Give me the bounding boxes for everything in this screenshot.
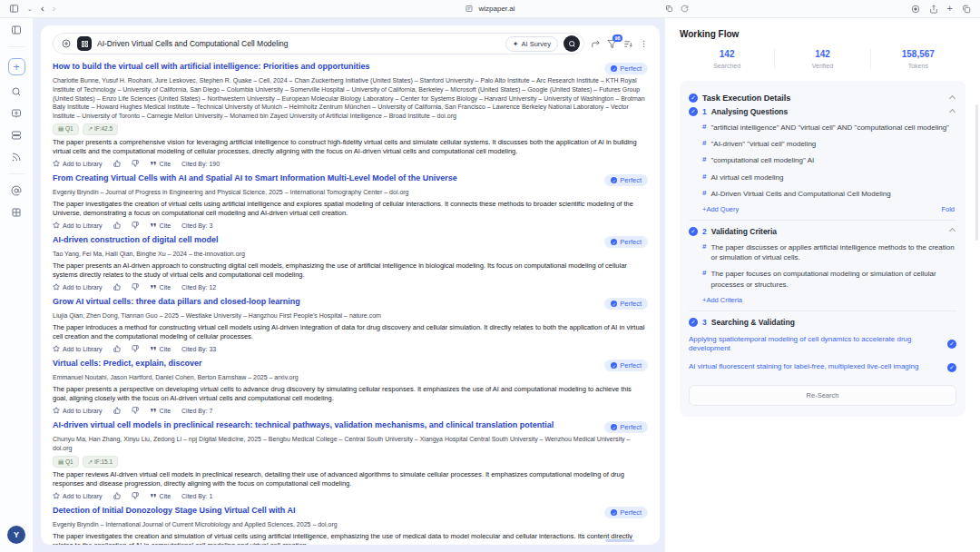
paper-title-link[interactable]: Grow AI virtual cells: three data pillar… bbox=[53, 297, 597, 307]
criteria-item[interactable]: #The paper focuses on computational mode… bbox=[702, 269, 956, 289]
cited-by-count[interactable]: Cited By: 3 bbox=[181, 222, 212, 229]
add-criteria-link[interactable]: +Add Criteria bbox=[702, 296, 742, 304]
new-search-button[interactable]: + bbox=[8, 58, 25, 75]
horizontal-scrollbar[interactable] bbox=[605, 539, 634, 542]
library-icon[interactable] bbox=[11, 130, 22, 141]
tab-sidebar-icon[interactable] bbox=[9, 4, 19, 14]
forward-button[interactable]: › bbox=[53, 4, 56, 14]
ai-survey-button[interactable]: ✦ AI Survey bbox=[505, 36, 558, 52]
paper-title-link[interactable]: How to build the virtual cell with artif… bbox=[53, 62, 597, 72]
cite-button[interactable]: Cite bbox=[150, 407, 171, 414]
thumbs-up-button[interactable] bbox=[113, 222, 121, 229]
papers-list: How to build the virtual cell with artif… bbox=[53, 62, 648, 545]
vertical-scrollbar[interactable] bbox=[975, 104, 978, 241]
search-query-text[interactable]: AI-Driven Virtual Cells and Computationa… bbox=[97, 39, 500, 48]
apps-grid-icon[interactable] bbox=[11, 207, 22, 218]
paper-title-link[interactable]: Detection of Initial Donozology Stage Us… bbox=[53, 506, 597, 516]
mentions-at-icon[interactable] bbox=[11, 185, 22, 196]
advanced-search-icon[interactable] bbox=[61, 38, 72, 49]
working-flow-panel: Working Flow 142Searched142Verified158,5… bbox=[665, 18, 980, 552]
query-item[interactable]: #AI virtual cell modeling bbox=[702, 172, 956, 182]
criteria-item[interactable]: #The paper discusses or applies artifici… bbox=[702, 242, 956, 262]
add-to-library-button[interactable]: Add to Library bbox=[53, 160, 103, 167]
thumbs-down-button[interactable] bbox=[132, 407, 139, 414]
search-button[interactable] bbox=[564, 35, 580, 52]
thumbs-up-button[interactable] bbox=[113, 160, 121, 167]
collapse-chevron-icon[interactable] bbox=[949, 228, 956, 234]
collapse-panel-icon[interactable] bbox=[11, 25, 22, 35]
add-to-library-button[interactable]: Add to Library bbox=[53, 283, 103, 291]
paper-title-link[interactable]: Virtual cells: Predict, explain, discove… bbox=[53, 359, 597, 369]
thumbs-down-button[interactable] bbox=[132, 345, 139, 352]
hash-icon: # bbox=[702, 189, 706, 197]
search-input[interactable]: AI-Driven Virtual Cells and Computationa… bbox=[53, 33, 584, 54]
assistant-chat-icon[interactable] bbox=[11, 108, 22, 119]
thumbs-up-button[interactable] bbox=[113, 492, 121, 499]
search-task[interactable]: AI virtual fluorescent staining for labe… bbox=[689, 362, 956, 372]
paper-item: Virtual cells: Predict, explain, discove… bbox=[53, 359, 648, 414]
task-execution-card: ✓ Task Execution Details ✓ 1 Analysing Q… bbox=[680, 81, 965, 417]
add-to-library-button[interactable]: Add to Library bbox=[53, 492, 103, 499]
thumbs-up-button[interactable] bbox=[113, 345, 121, 352]
user-avatar[interactable]: Y bbox=[7, 526, 25, 544]
thumbs-down-button[interactable] bbox=[132, 160, 139, 167]
query-item[interactable]: #"artificial intelligence" AND "virtual … bbox=[702, 123, 956, 133]
query-item[interactable]: #"AI-driven" "virtual cell" modeling bbox=[702, 139, 956, 149]
refresh-icon[interactable] bbox=[681, 5, 689, 13]
add-query-link[interactable]: +Add Query bbox=[702, 205, 739, 213]
cited-by-count[interactable]: Cited By: 7 bbox=[181, 408, 212, 414]
new-tab-icon[interactable]: + bbox=[947, 4, 953, 14]
site-info-icon[interactable] bbox=[465, 5, 473, 13]
collapse-chevron-icon[interactable] bbox=[949, 108, 956, 114]
step-header-validating-criteria[interactable]: ✓ 2 Validating Criteria bbox=[689, 227, 956, 236]
query-item[interactable]: #AI-Driven Virtual Cells and Computation… bbox=[702, 189, 956, 199]
filter-icon[interactable]: 98 bbox=[607, 39, 617, 49]
tabs-overview-icon[interactable] bbox=[962, 5, 971, 14]
thumbs-down-button[interactable] bbox=[132, 283, 139, 291]
record-icon[interactable] bbox=[911, 5, 920, 14]
thumbs-down-button[interactable] bbox=[132, 222, 139, 229]
cite-button[interactable]: Cite bbox=[150, 283, 171, 291]
tab-copy-icon[interactable] bbox=[665, 5, 673, 13]
paper-meta: Liujia Qian, Zhen Dong, Tiannan Guo – 20… bbox=[53, 311, 648, 320]
cite-button[interactable]: Cite bbox=[150, 345, 171, 352]
sparkle-icon: ✦ bbox=[513, 40, 519, 48]
search-nav-icon[interactable] bbox=[11, 86, 22, 97]
hash-icon: # bbox=[702, 139, 706, 147]
fold-link[interactable]: Fold bbox=[941, 205, 955, 213]
share-results-icon[interactable] bbox=[591, 39, 601, 49]
cited-by-count[interactable]: Cited By: 12 bbox=[181, 284, 216, 291]
more-options-icon[interactable]: ⋮ bbox=[640, 39, 648, 48]
thumbs-up-icon bbox=[113, 407, 121, 414]
step-header-searching-validating[interactable]: ✓ 3 Searching & Validating bbox=[689, 318, 956, 327]
paper-title-link[interactable]: AI-driven construction of digital cell m… bbox=[53, 235, 597, 245]
chevron-down-icon[interactable]: ⌄ bbox=[27, 5, 33, 13]
query-item[interactable]: #"computational cell modeling" AI bbox=[702, 155, 956, 165]
cite-button[interactable]: Cite bbox=[150, 222, 171, 229]
cite-button[interactable]: Cite bbox=[150, 160, 171, 167]
collapse-chevron-icon[interactable] bbox=[949, 94, 956, 101]
thumbs-down-button[interactable] bbox=[132, 492, 139, 499]
add-to-library-button[interactable]: Add to Library bbox=[53, 345, 103, 352]
paper-title-link[interactable]: AI-driven virtual cell models in preclin… bbox=[53, 420, 597, 430]
step-header-analysing-questions[interactable]: ✓ 1 Analysing Questions bbox=[689, 107, 956, 116]
url-text[interactable]: wizpaper.ai bbox=[478, 5, 514, 13]
share-icon[interactable] bbox=[929, 5, 938, 14]
cited-by-count[interactable]: Cited By: 190 bbox=[181, 161, 220, 167]
back-button[interactable]: ‹ bbox=[41, 4, 44, 14]
sort-icon[interactable] bbox=[623, 39, 633, 49]
add-to-library-button[interactable]: Add to Library bbox=[53, 222, 103, 229]
cite-button[interactable]: Cite bbox=[150, 492, 171, 499]
paper-abstract: The paper introduces a method for constr… bbox=[53, 323, 648, 341]
paper-title-link[interactable]: From Creating Virtual Cells with AI and … bbox=[53, 173, 597, 183]
cited-by-count[interactable]: Cited By: 1 bbox=[181, 493, 212, 499]
search-task[interactable]: Applying spatiotemporal modeling of cell… bbox=[689, 335, 956, 355]
feed-rss-icon[interactable] bbox=[11, 152, 22, 163]
task-execution-header[interactable]: ✓ Task Execution Details bbox=[689, 94, 956, 103]
add-to-library-button[interactable]: Add to Library bbox=[53, 407, 103, 414]
thumbs-up-button[interactable] bbox=[113, 283, 121, 291]
re-search-button[interactable]: Re-Search bbox=[689, 385, 956, 406]
search-mode-button[interactable] bbox=[77, 36, 92, 51]
thumbs-up-button[interactable] bbox=[113, 407, 121, 414]
cited-by-count[interactable]: Cited By: 33 bbox=[181, 346, 216, 352]
